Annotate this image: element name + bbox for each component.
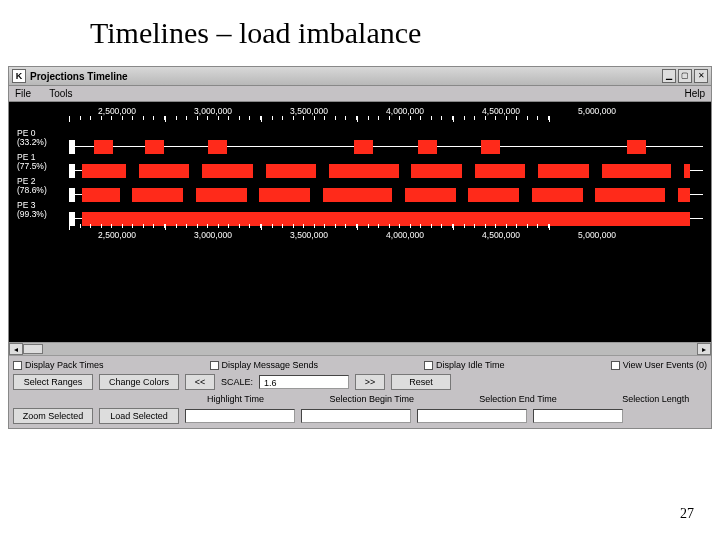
pe-label: PE 1(77.5%) [13,153,69,172]
sel-end-field[interactable] [417,409,527,423]
checkbox-msg-sends[interactable]: Display Message Sends [210,360,319,370]
scroll-right-button[interactable]: ▸ [697,343,711,355]
tick-label: 4,500,000 [482,106,520,116]
window-title: Projections Timeline [30,71,660,82]
checkbox-idle-time[interactable]: Display Idle Time [424,360,505,370]
checkbox-user-events[interactable]: View User Events (0) [611,360,707,370]
tick-label: 4,000,000 [386,230,424,240]
sel-begin-label: Selection Begin Time [329,394,414,404]
minimize-button[interactable]: ▁ [662,69,676,83]
checkbox-label: Display Message Sends [222,360,319,370]
next-button[interactable]: >> [355,374,385,390]
scroll-left-button[interactable]: ◂ [9,343,23,355]
tick-label: 3,500,000 [290,106,328,116]
tick-label: 5,000,000 [578,106,616,116]
pe-row: PE 0(33.2%) [13,126,707,150]
zoom-selected-button[interactable]: Zoom Selected [13,408,93,424]
sel-end-label: Selection End Time [479,394,557,404]
app-icon: K [12,69,26,83]
tick-label: 4,000,000 [386,106,424,116]
menubar: File Tools Help [9,86,711,102]
scale-field[interactable]: 1.6 [259,375,349,389]
pe-rows: PE 0(33.2%) PE 1(77.5%) [13,126,707,222]
timeline-canvas: 2,500,000 3,000,000 3,500,000 4,000,000 … [9,102,711,270]
change-colors-button[interactable]: Change Colors [99,374,179,390]
tick-label: 3,500,000 [290,230,328,240]
pe-label: PE 3(99.3%) [13,201,69,220]
scale-label: SCALE: [221,377,253,387]
highlight-time-label: Highlight Time [207,394,264,404]
pe-label: PE 0(33.2%) [13,129,69,148]
titlebar: K Projections Timeline ▁ ▢ ✕ [9,67,711,86]
sel-len-label: Selection Length [622,394,689,404]
sel-len-field[interactable] [533,409,623,423]
axis-top: 2,500,000 3,000,000 3,500,000 4,000,000 … [69,106,707,124]
highlight-time-field[interactable] [185,409,295,423]
tick-label: 5,000,000 [578,230,616,240]
load-selected-button[interactable]: Load Selected [99,408,179,424]
axis-bottom: 2,500,000 3,000,000 3,500,000 4,000,000 … [69,222,707,240]
tick-label: 2,500,000 [98,106,136,116]
checkbox-pack-times[interactable]: Display Pack Times [13,360,104,370]
pe-label: PE 2(78.6%) [13,177,69,196]
empty-area [9,270,711,342]
maximize-button[interactable]: ▢ [678,69,692,83]
checkbox-label: View User Events (0) [623,360,707,370]
tick-label: 3,000,000 [194,106,232,116]
close-button[interactable]: ✕ [694,69,708,83]
checkbox-label: Display Pack Times [25,360,104,370]
tick-label: 4,500,000 [482,230,520,240]
scroll-thumb[interactable] [23,344,43,354]
menu-help[interactable]: Help [684,88,705,99]
tick-label: 2,500,000 [98,230,136,240]
select-ranges-button[interactable]: Select Ranges [13,374,93,390]
prev-button[interactable]: << [185,374,215,390]
scroll-track[interactable] [23,343,697,355]
sel-begin-field[interactable] [301,409,411,423]
slide-title: Timelines – load imbalance [0,0,720,58]
page-number: 27 [680,506,694,522]
reset-button[interactable]: Reset [391,374,451,390]
checkbox-label: Display Idle Time [436,360,505,370]
menu-file[interactable]: File [15,88,31,99]
app-window: K Projections Timeline ▁ ▢ ✕ File Tools … [8,66,712,429]
h-scrollbar[interactable]: ◂ ▸ [9,342,711,356]
tick-label: 3,000,000 [194,230,232,240]
controls-panel: Display Pack Times Display Message Sends… [9,356,711,428]
menu-tools[interactable]: Tools [49,88,72,99]
